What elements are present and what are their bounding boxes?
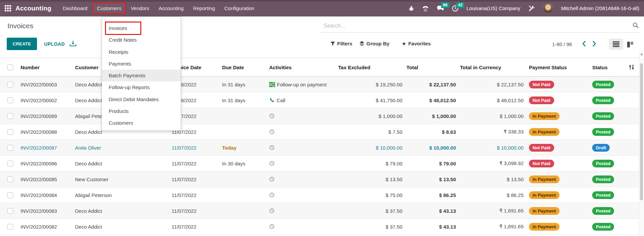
user-avatar[interactable]: [543, 3, 553, 13]
cell-total: $ 43.13: [406, 219, 460, 235]
clock-icon[interactable]: [269, 192, 275, 198]
table-row[interactable]: INV/2022/00003Deco Addict11/08/2022In 31…: [0, 77, 639, 92]
cell-activities: Follow-up on payment: [266, 77, 338, 92]
menu-item-credit-notes[interactable]: Credit Notes: [102, 34, 181, 46]
row-checkbox[interactable]: [7, 224, 13, 230]
row-checkbox[interactable]: [7, 145, 13, 151]
row-checkbox[interactable]: [7, 82, 13, 87]
cell-invoice-date: 11/07/2022: [167, 187, 217, 203]
cell-status: Posted: [587, 108, 624, 124]
table-row[interactable]: INV/2022/00082Deco Addict11/07/2022$ 37.…: [0, 219, 639, 235]
row-checkbox[interactable]: [7, 97, 13, 103]
scrollbar-up-arrow[interactable]: [640, 53, 643, 55]
nav-item-configuration[interactable]: Configuration: [220, 3, 259, 14]
cell-status: Posted: [587, 219, 624, 235]
activities-clock-icon[interactable]: 42: [452, 5, 459, 12]
cell-spacer: [624, 187, 639, 203]
clock-icon[interactable]: [269, 224, 275, 229]
menu-item-products[interactable]: Products: [102, 105, 181, 117]
row-checkbox[interactable]: [7, 192, 13, 198]
table-row[interactable]: INV/2022/00002Deco Addict11/08/2022In 31…: [0, 92, 639, 108]
table-row[interactable]: INV/2022/00086Deco Addict11/07/2022In 30…: [0, 156, 639, 171]
pager-range[interactable]: 1-80 / 96: [552, 41, 572, 47]
row-checkbox[interactable]: [7, 208, 13, 214]
row-checkbox[interactable]: [7, 113, 13, 119]
status-badge: Posted: [592, 81, 614, 88]
clock-icon[interactable]: [269, 208, 275, 213]
row-checkbox[interactable]: [7, 161, 13, 166]
menu-item-direct-debit-mandates[interactable]: Direct Debit Mandates: [102, 93, 181, 105]
cell-payment-status: Not Paid: [528, 92, 587, 108]
favorites-button[interactable]: ★ Favorites: [400, 40, 433, 47]
search-icon[interactable]: [633, 22, 639, 28]
row-checkbox[interactable]: [7, 129, 13, 135]
cell-invoice-date: 11/07/2022: [167, 219, 217, 235]
cell-invoice-date: 11/07/2022: [167, 140, 217, 156]
menu-item-receipts[interactable]: Receipts: [102, 46, 181, 58]
search-input[interactable]: [323, 21, 624, 31]
column-header-total[interactable]: Total: [406, 58, 460, 77]
status-badge: Posted: [592, 207, 614, 215]
table-row[interactable]: INV/2022/00089Abigail Peterson11/07/2022…: [0, 108, 639, 124]
support-tools-icon[interactable]: [528, 5, 535, 12]
pager-next-icon[interactable]: [592, 40, 597, 47]
clock-icon[interactable]: [269, 176, 275, 182]
cell-total-in-currency: $ 13.50: [460, 171, 528, 187]
app-brand[interactable]: Accounting: [15, 5, 51, 12]
clock-icon[interactable]: [269, 161, 275, 166]
followup-list-icon[interactable]: [269, 82, 275, 87]
status-badge: Posted: [592, 223, 614, 231]
row-checkbox[interactable]: [7, 176, 13, 182]
cell-total: $ 10,000.00: [406, 140, 460, 156]
optional-columns-icon: [629, 65, 635, 70]
column-header-due-date[interactable]: Due Date: [217, 58, 266, 77]
column-header-tax-excluded[interactable]: Tax Excluded: [338, 58, 406, 77]
nav-item-accounting[interactable]: Accounting: [154, 3, 188, 14]
menu-item-payments[interactable]: Payments: [102, 58, 181, 70]
column-header-total-in-currency[interactable]: Total in Currency: [460, 58, 528, 77]
column-header-payment-status[interactable]: Payment Status: [528, 58, 587, 77]
table-row[interactable]: INV/2022/00084Abigail Peterson11/07/2022…: [0, 187, 639, 203]
debug-bug-icon[interactable]: [408, 5, 414, 11]
kanban-view-toggle[interactable]: [625, 40, 635, 49]
menu-item-customers[interactable]: Customers: [102, 117, 181, 129]
table-row[interactable]: INV/2022/00083Deco Addict11/07/2022$ 37.…: [0, 203, 639, 219]
company-switcher[interactable]: Louisana(US) Company: [466, 5, 520, 11]
table-row[interactable]: INV/2022/00087Anita Oliver11/07/2022Toda…: [0, 140, 639, 156]
cell-status: Posted: [587, 77, 624, 92]
filters-button[interactable]: Filters: [328, 40, 354, 47]
filter-toolbar: Filters Group By ★ Favorites 1-80 / 96: [0, 38, 644, 51]
activities-count-badge: 42: [456, 2, 464, 8]
nav-item-vendors[interactable]: Vendors: [126, 3, 154, 14]
clock-icon[interactable]: [269, 145, 275, 150]
nav-item-dashboard[interactable]: Dashboard: [58, 3, 92, 14]
cell-total: $ 43.13: [406, 203, 460, 219]
scrollbar-thumb[interactable]: [640, 63, 643, 200]
list-view-toggle[interactable]: [609, 39, 623, 50]
cell-tax-excluded: $ 79.00: [338, 156, 406, 171]
nav-item-customers[interactable]: Customers: [92, 2, 126, 14]
select-all-checkbox[interactable]: [7, 65, 13, 70]
cell-total: $ 13.50: [406, 171, 460, 187]
column-header-status[interactable]: Status: [587, 58, 624, 77]
messages-icon[interactable]: 66: [437, 5, 444, 11]
activity-wrapper: [266, 187, 338, 203]
menu-item-batch-payments[interactable]: Batch Payments: [102, 70, 181, 81]
cell-customer: Deco Addict: [71, 203, 167, 219]
column-header-activities[interactable]: Activities: [266, 58, 338, 77]
menu-item-invoices[interactable]: Invoices: [102, 22, 181, 34]
apps-grid-icon[interactable]: [5, 5, 11, 11]
table-row[interactable]: INV/2022/00088Deco Addict11/07/2022$ 7.5…: [0, 124, 639, 140]
pager-previous-icon[interactable]: [581, 40, 587, 47]
optional-columns-toggle[interactable]: [624, 58, 639, 77]
clock-icon[interactable]: [269, 113, 275, 119]
column-header-number[interactable]: Number: [16, 58, 71, 77]
nav-item-reporting[interactable]: Reporting: [188, 3, 220, 14]
user-menu[interactable]: Mitchell Admin (20814848-16-0-all): [561, 5, 639, 11]
menu-item-follow-up-reports[interactable]: Follow-up Reports: [102, 81, 181, 93]
phone-icon[interactable]: [269, 97, 275, 103]
group-by-button[interactable]: Group By: [357, 40, 391, 47]
clock-icon[interactable]: [269, 129, 275, 134]
voip-phone-icon[interactable]: [422, 5, 429, 11]
table-row[interactable]: INV/2022/00085New Customer11/07/2022$ 13…: [0, 171, 639, 187]
